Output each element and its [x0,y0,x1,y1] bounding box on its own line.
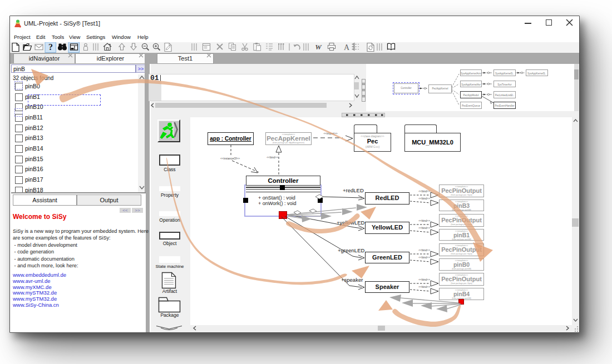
svg-text:?: ? [48,42,53,52]
svg-text:A: A [344,43,350,52]
svg-text:W: W [315,43,322,51]
